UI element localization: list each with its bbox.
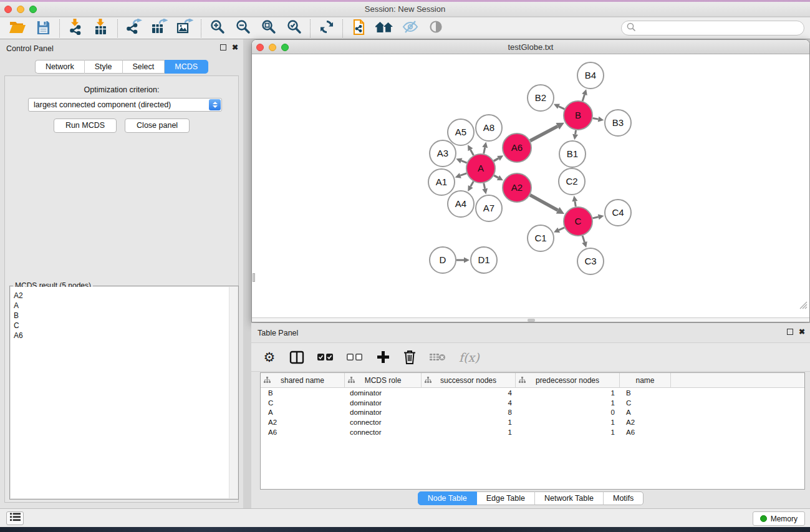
export-network-button[interactable] — [121, 18, 147, 39]
export-table-button[interactable] — [147, 18, 172, 39]
graph-edge-B-B1[interactable] — [576, 130, 576, 135]
graph-edge-A-A4[interactable] — [471, 181, 474, 186]
search-box[interactable] — [621, 21, 804, 36]
column-header-MCDS-role[interactable]: MCDS role — [345, 373, 422, 388]
table-cell[interactable]: 4 — [422, 398, 516, 408]
graph-edge-C-C1[interactable] — [559, 228, 564, 230]
table-tab-node-table[interactable]: Node Table — [418, 491, 477, 505]
mcds-result-item[interactable]: C — [14, 321, 238, 331]
function-builder-icon[interactable]: f(x) — [459, 349, 480, 365]
graph-edge-A2-C[interactable] — [530, 195, 558, 211]
graph-edge-A-A6[interactable] — [494, 158, 499, 161]
graph-edge-B-B2[interactable] — [559, 107, 564, 109]
table-cell[interactable]: 8 — [422, 407, 516, 417]
table-cell[interactable]: 1 — [516, 427, 620, 437]
tab-mcds[interactable]: MCDS — [165, 60, 208, 74]
clone-network-button[interactable] — [346, 18, 372, 39]
horizontal-scrollbar[interactable] — [252, 317, 809, 322]
graph-edge-C-C3[interactable] — [582, 236, 584, 243]
horizontal-scrollbar-thumb[interactable] — [528, 319, 535, 322]
close-panel-icon[interactable]: ✖ — [232, 44, 238, 51]
zoom-fit-button[interactable] — [256, 18, 281, 39]
memory-button[interactable]: Memory — [753, 511, 805, 526]
graph-edge-C-C4[interactable] — [592, 217, 598, 218]
table-cell[interactable]: connector — [345, 417, 422, 427]
hide-graphics-details-button[interactable] — [397, 18, 423, 39]
import-network-button[interactable] — [63, 18, 89, 39]
graph-edge-A-A5[interactable] — [470, 150, 473, 155]
graph-edge-B-B3[interactable] — [593, 118, 599, 119]
table-cell[interactable]: C — [261, 398, 345, 408]
table-row-A6[interactable]: A6connector11A6 — [261, 427, 804, 437]
save-session-button[interactable] — [31, 18, 56, 39]
vertical-scrollbar-thumb[interactable] — [253, 273, 255, 282]
tab-network[interactable]: Network — [35, 60, 85, 74]
table-tab-network-table[interactable]: Network Table — [535, 491, 604, 505]
table-cell[interactable]: C — [620, 398, 671, 408]
column-header-successor-nodes[interactable]: successor nodes — [422, 373, 516, 388]
table-settings-icon[interactable]: ⚙ — [263, 349, 276, 365]
graph-edge-C-C2[interactable] — [575, 201, 576, 207]
graph-edge-A-A8[interactable] — [484, 147, 485, 153]
run-mcds-button[interactable]: Run MCDS — [54, 118, 117, 133]
table-cell[interactable]: B — [261, 388, 345, 398]
table-cell[interactable]: A6 — [261, 427, 345, 437]
zoom-out-button[interactable] — [230, 18, 256, 39]
open-session-button[interactable] — [5, 18, 31, 39]
tab-style[interactable]: Style — [85, 60, 123, 74]
graph-edge-A6-B[interactable] — [530, 126, 557, 140]
mcds-result-item[interactable]: A2 — [14, 291, 238, 301]
split-view-icon[interactable] — [289, 349, 304, 365]
tab-select[interactable]: Select — [123, 60, 165, 74]
zoom-in-button[interactable] — [205, 18, 230, 39]
deselect-all-columns-icon[interactable] — [347, 349, 363, 365]
graph-edge-A-A3[interactable] — [461, 161, 467, 163]
table-cell[interactable]: A6 — [620, 427, 671, 437]
table-cell[interactable]: dominator — [345, 398, 422, 408]
float-panel-icon[interactable] — [220, 44, 226, 51]
add-column-icon[interactable] — [376, 349, 390, 365]
export-image-button[interactable] — [172, 18, 198, 39]
float-table-panel-icon[interactable] — [787, 329, 793, 335]
table-cell[interactable]: B — [620, 388, 671, 398]
mcds-result-item[interactable]: B — [14, 311, 238, 321]
table-cell[interactable]: 1 — [516, 398, 620, 408]
table-tab-motifs[interactable]: Motifs — [604, 491, 644, 505]
graph-edge-B-B4[interactable] — [582, 95, 584, 102]
criterion-select[interactable]: largest connected component (directed) — [28, 98, 222, 112]
table-cell[interactable]: A2 — [261, 417, 345, 427]
task-history-button[interactable] — [6, 511, 24, 525]
table-cell[interactable]: A — [620, 407, 671, 417]
import-table-button[interactable] — [89, 18, 114, 39]
resize-grip-icon[interactable] — [799, 301, 808, 312]
select-all-columns-icon[interactable] — [317, 349, 334, 365]
table-cell[interactable]: 1 — [516, 388, 620, 398]
table-row-B[interactable]: Bdominator41B — [261, 388, 804, 398]
refresh-button[interactable] — [314, 18, 339, 39]
show-all-networks-button[interactable] — [372, 18, 397, 39]
close-panel-button[interactable]: Close panel — [125, 118, 190, 133]
table-cell[interactable]: 4 — [422, 388, 516, 398]
column-header-name[interactable]: name — [620, 373, 671, 388]
mcds-result-item[interactable]: A6 — [14, 331, 238, 341]
column-header-shared-name[interactable]: shared name — [261, 373, 345, 388]
table-cell[interactable]: 1 — [422, 427, 516, 437]
table-cell[interactable]: A2 — [620, 417, 671, 427]
show-graphics-details-button[interactable] — [423, 18, 448, 39]
zoom-selected-button[interactable] — [281, 18, 307, 39]
close-table-panel-icon[interactable]: ✖ — [799, 329, 805, 335]
result-list-scrollbar[interactable] — [229, 287, 238, 498]
graph-edge-A-A7[interactable] — [484, 183, 485, 189]
mcds-result-item[interactable]: A — [14, 301, 238, 311]
table-row-C[interactable]: Cdominator41C — [261, 398, 804, 408]
table-cell[interactable]: 1 — [422, 417, 516, 427]
column-header-predecessor-nodes[interactable]: predecessor nodes — [516, 373, 620, 388]
search-input[interactable] — [639, 22, 804, 34]
table-cell[interactable]: A — [261, 407, 345, 417]
graph-edge-A-A1[interactable] — [460, 173, 466, 176]
network-canvas[interactable]: B4B2BB3A8A5A6A3B1AC2A1A2A4A7C4CC1DD1C3 — [252, 54, 809, 317]
table-tab-edge-table[interactable]: Edge Table — [477, 491, 535, 505]
table-cell[interactable]: 0 — [516, 407, 620, 417]
graph-edge-A-A2[interactable] — [494, 175, 498, 178]
table-cell[interactable]: dominator — [345, 407, 422, 417]
